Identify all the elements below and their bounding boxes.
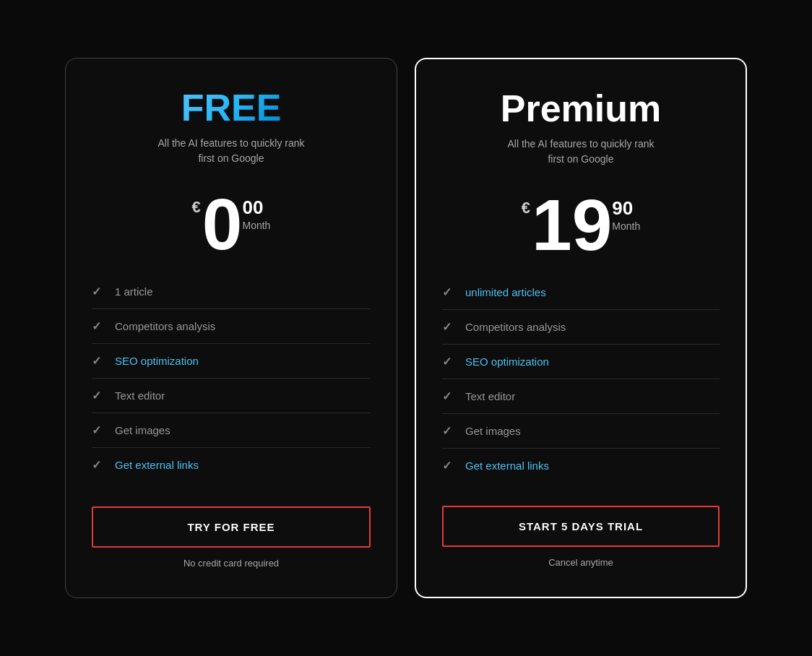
list-item: ✓ SEO optimization bbox=[92, 344, 371, 379]
feature-text-highlight: unlimited articles bbox=[465, 286, 546, 298]
pricing-container: FREE All the AI features to quickly rank… bbox=[0, 29, 812, 627]
check-icon: ✓ bbox=[442, 389, 455, 403]
free-plan-title: FREE bbox=[181, 87, 282, 129]
feature-text-highlight: SEO optimization bbox=[115, 355, 199, 367]
list-item: ✓ Text editor bbox=[442, 379, 720, 414]
list-item: ✓ unlimited articles bbox=[442, 275, 720, 310]
premium-features-list: ✓ unlimited articles ✓ Competitors analy… bbox=[442, 275, 720, 483]
check-icon: ✓ bbox=[92, 423, 105, 437]
check-icon: ✓ bbox=[92, 389, 105, 402]
free-price-cents: 00 bbox=[242, 198, 270, 217]
premium-price-main: 19 bbox=[532, 189, 612, 261]
list-item: ✓ SEO optimization bbox=[442, 345, 720, 379]
free-price-main: 0 bbox=[202, 188, 243, 260]
list-item: ✓ Get images bbox=[92, 413, 371, 448]
feature-text: Get images bbox=[115, 424, 170, 436]
check-icon: ✓ bbox=[442, 320, 455, 334]
feature-text: Text editor bbox=[115, 389, 165, 402]
feature-text: Competitors analysis bbox=[465, 321, 566, 333]
premium-price-period: Month bbox=[612, 220, 640, 232]
premium-cta-button[interactable]: START 5 DAYS TRIAL bbox=[442, 506, 720, 547]
premium-footnote: Cancel anytime bbox=[548, 557, 613, 568]
feature-text: 1 article bbox=[115, 285, 153, 298]
list-item: ✓ Text editor bbox=[92, 379, 371, 413]
free-currency: € bbox=[192, 198, 201, 217]
check-icon: ✓ bbox=[92, 354, 105, 368]
premium-price-cents: 90 bbox=[612, 199, 640, 217]
free-plan-card: FREE All the AI features to quickly rank… bbox=[65, 58, 397, 598]
check-icon: ✓ bbox=[442, 459, 455, 472]
list-item: ✓ Get external links bbox=[442, 449, 720, 483]
check-icon: ✓ bbox=[92, 319, 105, 333]
check-icon: ✓ bbox=[442, 355, 455, 368]
premium-plan-subtitle: All the AI features to quickly rankfirst… bbox=[507, 137, 654, 167]
feature-text-highlight: SEO optimization bbox=[465, 355, 549, 368]
feature-text-highlight: Get external links bbox=[115, 459, 199, 471]
list-item: ✓ Competitors analysis bbox=[92, 309, 371, 344]
feature-text-highlight: Get external links bbox=[465, 459, 549, 472]
premium-price-decimals: 90 Month bbox=[612, 199, 640, 232]
free-footnote: No credit card required bbox=[183, 558, 279, 569]
check-icon: ✓ bbox=[442, 424, 455, 438]
feature-text: Text editor bbox=[465, 390, 515, 402]
free-price-block: € 0 00 Month bbox=[192, 188, 271, 260]
feature-text: Get images bbox=[465, 425, 521, 437]
premium-price-block: € 19 90 Month bbox=[522, 189, 640, 261]
premium-currency: € bbox=[522, 199, 530, 217]
list-item: ✓ Get images bbox=[442, 414, 720, 449]
list-item: ✓ 1 article bbox=[92, 275, 371, 309]
free-features-list: ✓ 1 article ✓ Competitors analysis ✓ SEO… bbox=[92, 275, 371, 483]
free-plan-subtitle: All the AI features to quickly rankfirst… bbox=[157, 136, 304, 166]
check-icon: ✓ bbox=[92, 458, 105, 472]
feature-text: Competitors analysis bbox=[115, 320, 215, 332]
list-item: ✓ Get external links bbox=[92, 448, 371, 482]
free-price-period: Month bbox=[242, 220, 270, 231]
free-cta-button[interactable]: TRY FOR FREE bbox=[92, 506, 371, 548]
premium-plan-title: Premium bbox=[501, 88, 662, 129]
check-icon: ✓ bbox=[442, 285, 455, 299]
free-price-decimals: 00 Month bbox=[242, 198, 270, 231]
premium-plan-card: Premium All the AI features to quickly r… bbox=[415, 58, 747, 598]
check-icon: ✓ bbox=[92, 285, 105, 298]
list-item: ✓ Competitors analysis bbox=[442, 310, 720, 345]
